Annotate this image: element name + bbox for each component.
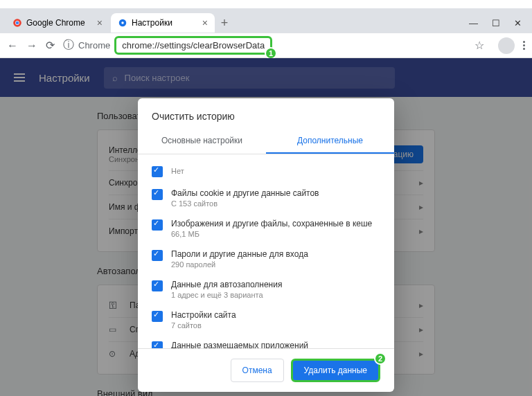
annotation-badge-2: 2 (374, 352, 387, 365)
site-info-icon[interactable]: ⓘ (63, 38, 74, 53)
tab-label: Google Chrome (26, 18, 85, 28)
check-item: Файлы cookie и другие данные сайтовС 153… (152, 183, 380, 213)
gear-icon (118, 18, 127, 28)
checkbox[interactable] (152, 189, 163, 200)
checkbox[interactable] (152, 280, 163, 291)
browser-tabs: Google Chrome × Настройки × + (0, 8, 532, 33)
tab-settings[interactable]: Настройки × (111, 13, 215, 33)
checkbox[interactable] (152, 250, 163, 261)
close-window-button[interactable]: ✕ (514, 18, 522, 28)
new-tab-button[interactable]: + (216, 16, 233, 30)
svg-point-2 (16, 21, 19, 25)
forward-button[interactable]: → (26, 39, 37, 52)
close-tab-icon[interactable]: × (202, 17, 208, 28)
checkbox[interactable] (152, 166, 163, 177)
checkbox[interactable] (152, 311, 163, 322)
close-tab-icon[interactable]: × (97, 17, 103, 28)
check-item: Данные размещаемых приложений6 приложени… (152, 335, 380, 348)
reload-button[interactable]: ⟳ (46, 39, 55, 52)
address-bar: ← → ⟳ ⓘ Chrome chrome://settings/clearBr… (0, 33, 532, 58)
clear-data-dialog: Очистить историю Основные настройки Допо… (138, 98, 394, 392)
url-input[interactable]: chrome://settings/clearBrowserData 1 (114, 36, 272, 55)
delete-data-button[interactable]: Удалить данные 2 (291, 359, 380, 382)
profile-avatar[interactable] (498, 37, 515, 54)
checkbox[interactable] (152, 219, 163, 231)
tab-google-chrome[interactable]: Google Chrome × (6, 13, 109, 33)
bookmark-icon[interactable]: ☆ (475, 39, 484, 52)
check-item: Изображения и другие файлы, сохраненные … (152, 213, 380, 244)
tab-label: Настройки (132, 18, 172, 28)
dialog-body: Нет Файлы cookie и другие данные сайтовС… (138, 154, 394, 348)
menu-button[interactable] (523, 41, 525, 50)
chrome-icon (12, 18, 22, 28)
maximize-button[interactable]: ☐ (492, 18, 500, 28)
dialog-title: Очистить историю (138, 98, 394, 129)
check-item: Нет (152, 160, 380, 183)
tab-basic[interactable]: Основные настройки (138, 129, 266, 154)
check-item: Настройки сайта7 сайтов (152, 305, 380, 335)
tab-advanced[interactable]: Дополнительные (266, 129, 394, 154)
cancel-button[interactable]: Отмена (231, 359, 284, 382)
check-item: Пароли и другие данные для входа290 паро… (152, 244, 380, 274)
minimize-button[interactable]: — (469, 18, 478, 28)
chrome-protocol-label: Chrome (78, 40, 110, 51)
back-button[interactable]: ← (7, 39, 18, 52)
svg-point-4 (121, 21, 124, 24)
check-item: Данные для автозаполнения1 адрес и ещё 3… (152, 274, 380, 305)
checkbox[interactable] (152, 341, 163, 348)
